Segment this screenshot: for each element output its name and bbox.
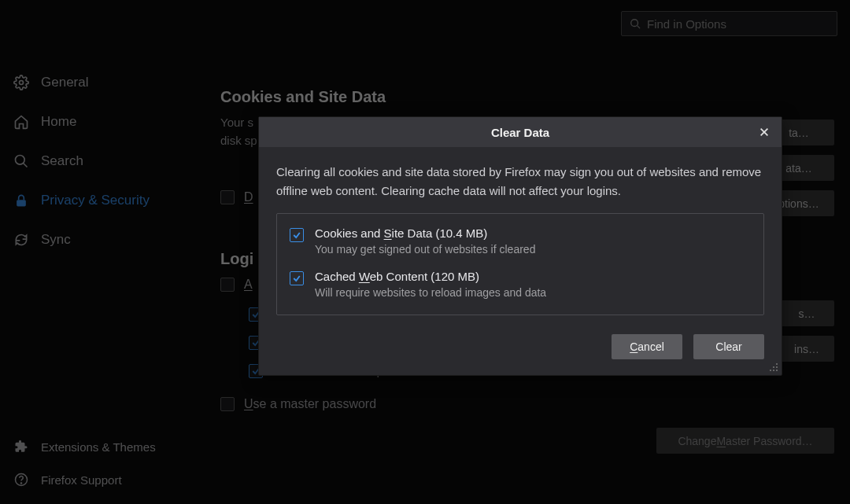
checkbox-checked-icon[interactable] — [290, 271, 304, 285]
dialog-header: Clear Data — [259, 117, 782, 147]
close-button[interactable] — [755, 123, 774, 142]
svg-point-15 — [776, 370, 778, 371]
resize-grip[interactable] — [767, 361, 778, 372]
svg-point-12 — [776, 366, 778, 368]
svg-point-13 — [770, 370, 771, 371]
cookies-option-desc: You may get signed out of websites if cl… — [315, 243, 535, 256]
svg-point-11 — [773, 366, 774, 368]
clear-button[interactable]: Clear — [693, 334, 764, 359]
dialog-description: Clearing all cookies and site data store… — [276, 163, 764, 200]
cookies-option-title: Cookies and Site Data (10.4 MB) — [315, 226, 535, 240]
cookies-option-row[interactable]: Cookies and Site Data (10.4 MB) You may … — [290, 226, 751, 256]
svg-point-14 — [773, 370, 774, 371]
clear-data-dialog: Clear Data Clearing all cookies and site… — [258, 116, 782, 376]
cache-option-row[interactable]: Cached Web Content (120 MB) Will require… — [290, 270, 751, 299]
cache-option-desc: Will require websites to reload images a… — [315, 286, 546, 299]
svg-point-10 — [776, 363, 778, 365]
cancel-button[interactable]: Cancel — [612, 334, 682, 359]
dialog-title: Clear Data — [491, 126, 549, 139]
cache-option-title: Cached Web Content (120 MB) — [315, 270, 546, 283]
dialog-footer: Cancel Clear — [259, 323, 782, 375]
dialog-body: Clearing all cookies and site data store… — [259, 147, 782, 323]
close-icon — [759, 127, 770, 138]
checkbox-checked-icon[interactable] — [290, 228, 304, 242]
options-fieldset: Cookies and Site Data (10.4 MB) You may … — [276, 213, 764, 315]
